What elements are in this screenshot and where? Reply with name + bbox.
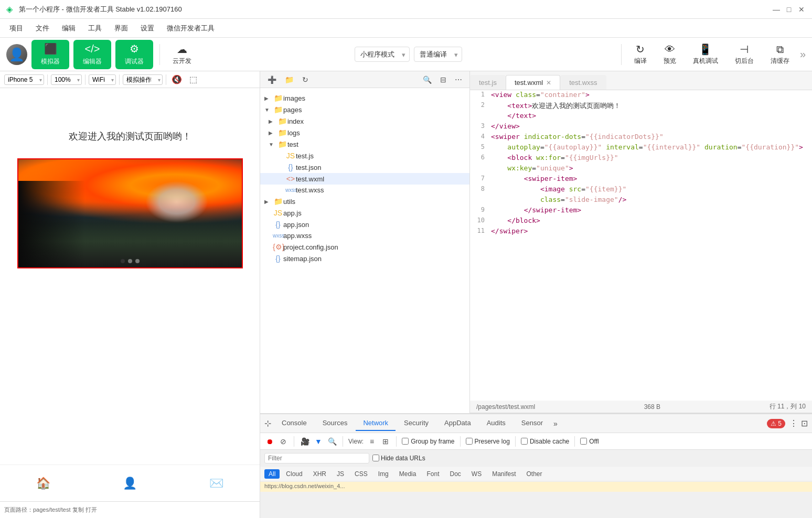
devtools-more-tabs[interactable]: »	[553, 419, 558, 428]
devtools-dock-icon[interactable]: ⊡	[801, 418, 808, 428]
editor-button[interactable]: </> 编辑器	[73, 40, 111, 69]
offline-input[interactable]	[580, 438, 587, 445]
type-tab-manifest[interactable]: Manifest	[488, 469, 520, 479]
offline-checkbox[interactable]: Offl	[580, 438, 599, 445]
devtools-tab-network[interactable]: Network	[356, 416, 396, 431]
tree-item-pages[interactable]: ▼ 📁 pages	[260, 104, 469, 115]
type-tab-doc[interactable]: Doc	[445, 469, 465, 479]
tab-test-wxml[interactable]: test.wxml ✕	[506, 75, 560, 90]
menu-item-settings[interactable]: 设置	[135, 21, 159, 35]
grid-view-button[interactable]: ⊞	[380, 436, 391, 447]
menu-item-edit[interactable]: 编辑	[57, 21, 81, 35]
wxss-icon-app-wxss: wxss	[273, 233, 283, 239]
tree-item-test[interactable]: ▼ 📁 test	[260, 138, 469, 150]
debugger-button[interactable]: ⚙ 调试器	[115, 40, 153, 69]
record-button[interactable]: ⏺	[264, 436, 275, 447]
tree-item-logs[interactable]: ▶ 📁 logs	[260, 127, 469, 138]
type-tab-media[interactable]: Media	[395, 469, 421, 479]
type-tab-all[interactable]: All	[264, 469, 280, 479]
menu-item-interface[interactable]: 界面	[109, 21, 133, 35]
devtools-tab-sensor[interactable]: Sensor	[514, 416, 550, 431]
clearcache-button[interactable]: ⧉ 清缓存	[764, 41, 796, 68]
disable-cache-checkbox[interactable]: Disable cache	[521, 438, 569, 445]
editor-content[interactable]: 1 <view class="container"> 2 <text>欢迎进入我…	[470, 90, 812, 401]
group-by-frame-input[interactable]	[402, 438, 409, 445]
sound-icon[interactable]: 🔇	[169, 73, 184, 85]
backend-button[interactable]: ⊣ 切后台	[729, 41, 760, 68]
filter-button[interactable]: ▼	[313, 436, 324, 447]
tree-item-test-json[interactable]: {} test.json	[260, 161, 469, 173]
disable-cache-input[interactable]	[521, 438, 528, 445]
collapse-all-icon[interactable]: ⊟	[437, 74, 450, 85]
devtools-pointer-icon[interactable]: ⊹	[264, 418, 271, 428]
tab-close-test-wxml[interactable]: ✕	[546, 79, 551, 87]
preserve-log-checkbox[interactable]: Preserve log	[466, 438, 510, 445]
tree-item-app-json[interactable]: {} app.json	[260, 219, 469, 230]
tab-test-js[interactable]: test.js	[470, 75, 506, 90]
tree-item-test-wxss[interactable]: wxss test.wxss	[260, 185, 469, 196]
devtools-menu-icon[interactable]: ⋮	[789, 418, 798, 428]
search-tree-icon[interactable]: 🔍	[420, 74, 435, 85]
maximize-button[interactable]: □	[785, 5, 793, 14]
simulate-select[interactable]: 模拟操作	[123, 74, 163, 85]
tree-item-app-js[interactable]: JS app.js	[260, 207, 469, 219]
zoom-select[interactable]: 100%	[51, 74, 82, 85]
devtools-tab-security[interactable]: Security	[397, 416, 436, 431]
tree-item-utils[interactable]: ▶ 📁 utils	[260, 196, 469, 207]
type-tab-xhr[interactable]: XHR	[309, 469, 330, 479]
preview-button[interactable]: 👁 预览	[657, 41, 682, 68]
search-button[interactable]: 🔍	[327, 436, 337, 447]
more-button[interactable]: »	[800, 48, 806, 60]
hide-data-urls-checkbox[interactable]: Hide data URLs	[372, 455, 425, 462]
tree-item-index[interactable]: ▶ 📁 index	[260, 115, 469, 127]
devtools-tab-appdata[interactable]: AppData	[437, 416, 478, 431]
close-button[interactable]: ✕	[797, 5, 806, 14]
sim-nav-mail[interactable]: ✉️	[209, 477, 223, 490]
rotate-icon[interactable]: ⬚	[187, 73, 199, 85]
clear-button[interactable]: ⊘	[278, 436, 289, 447]
add-folder-icon[interactable]: 📁	[282, 74, 297, 85]
capture-button[interactable]: 🎥	[300, 436, 310, 447]
network-select[interactable]: WiFi	[89, 74, 116, 85]
tab-test-wxss[interactable]: test.wxss	[560, 75, 606, 90]
tree-item-test-wxml[interactable]: <> test.wxml	[260, 173, 469, 185]
type-tab-font[interactable]: Font	[422, 469, 443, 479]
refresh-tree-icon[interactable]: ↻	[299, 74, 312, 85]
menu-item-project[interactable]: 项目	[4, 21, 28, 35]
sim-nav-home[interactable]: 🏠	[36, 477, 50, 490]
add-file-icon[interactable]: ➕	[264, 74, 280, 85]
tree-item-images[interactable]: ▶ 📁 images	[260, 92, 469, 104]
type-tab-cloud[interactable]: Cloud	[282, 469, 306, 479]
tree-item-app-wxss[interactable]: wxss app.wxss	[260, 230, 469, 241]
filter-input[interactable]	[264, 453, 369, 463]
type-tab-ws[interactable]: WS	[467, 469, 486, 479]
devtools-tab-audits[interactable]: Audits	[479, 416, 513, 431]
preserve-log-input[interactable]	[466, 438, 473, 445]
tree-item-project-config[interactable]: {⚙} project.config.json	[260, 241, 469, 253]
compile-select[interactable]: 普通编译	[414, 47, 462, 62]
type-tab-js[interactable]: JS	[333, 469, 348, 479]
realtest-button[interactable]: 📱 真机调试	[687, 41, 724, 68]
type-tab-img[interactable]: Img	[374, 469, 393, 479]
compile-button[interactable]: ↻ 编译	[628, 41, 653, 68]
devtools-tab-console[interactable]: Console	[274, 416, 314, 431]
device-select[interactable]: iPhone 5	[4, 74, 44, 85]
simulator-button[interactable]: ⬛ 模拟器	[31, 40, 69, 69]
tree-item-test-js[interactable]: JS test.js	[260, 150, 469, 161]
devtools-tab-sources[interactable]: Sources	[315, 416, 355, 431]
group-by-frame-checkbox[interactable]: Group by frame	[402, 438, 454, 445]
warning-count[interactable]: ⚠ 5	[767, 419, 785, 428]
menu-item-tools[interactable]: 工具	[83, 21, 107, 35]
type-tab-other[interactable]: Other	[522, 469, 547, 479]
sim-nav-user[interactable]: 👤	[123, 477, 137, 490]
mode-select[interactable]: 小程序模式	[355, 47, 410, 62]
tree-more-icon[interactable]: ⋯	[452, 74, 465, 85]
type-tab-css[interactable]: CSS	[350, 469, 372, 479]
menu-item-weixin[interactable]: 微信开发者工具	[162, 21, 220, 35]
list-view-button[interactable]: ≡	[367, 436, 377, 447]
hide-data-urls-input[interactable]	[372, 455, 379, 461]
minimize-button[interactable]: —	[772, 5, 781, 14]
cloud-dev-button[interactable]: ☁ 云开发	[166, 41, 198, 68]
menu-item-file[interactable]: 文件	[30, 21, 55, 35]
tree-item-sitemap[interactable]: {} sitemap.json	[260, 253, 469, 264]
